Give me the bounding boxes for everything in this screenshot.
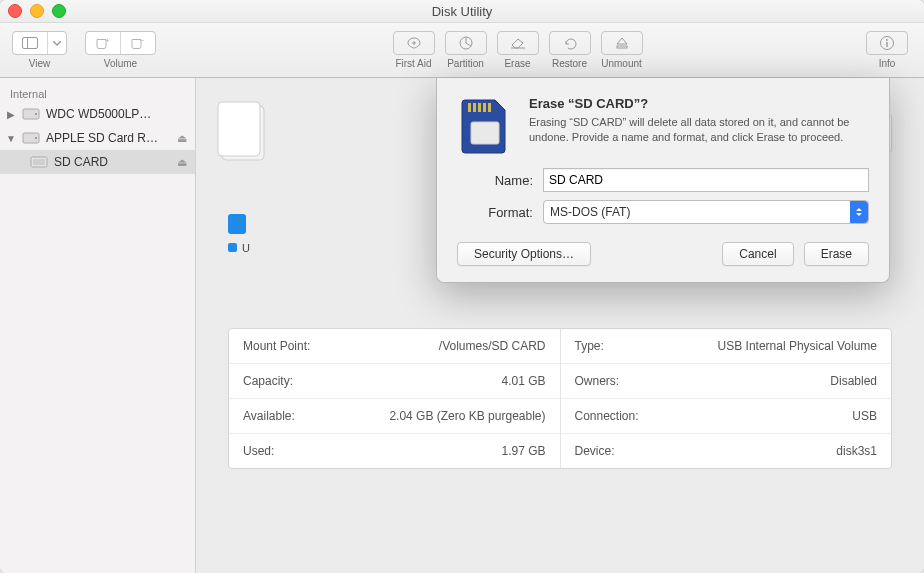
main-content: 4.01 GB U Mount Point:/Volumes/SD CARD C… [196, 78, 924, 573]
svg-text:+: + [105, 36, 110, 45]
svg-rect-20 [478, 103, 481, 112]
svg-rect-18 [468, 103, 471, 112]
restore-icon [562, 36, 578, 50]
svg-text:−: − [140, 36, 145, 45]
toolbar: View + − Volume First Aid Pa [0, 23, 924, 78]
sidebar: Internal ▶ WDC WD5000LP… ▼ APPLE SD Card… [0, 78, 196, 573]
info-icon [879, 35, 895, 51]
eject-icon[interactable]: ⏏ [177, 156, 187, 169]
format-label: Format: [457, 205, 533, 220]
first-aid-label: First Aid [395, 58, 431, 69]
format-value: MS-DOS (FAT) [550, 205, 630, 219]
sidebar-item-label: WDC WD5000LP… [46, 107, 187, 121]
svg-rect-9 [886, 42, 887, 47]
unmount-button[interactable] [601, 31, 643, 55]
volume-add-icon: + [95, 36, 111, 50]
volume-remove-icon: − [130, 36, 146, 50]
restore-button[interactable] [549, 31, 591, 55]
info-row: Connection:USB [561, 399, 892, 434]
sidebar-toggle-button[interactable] [13, 32, 48, 54]
disclosure-triangle-icon[interactable]: ▼ [6, 133, 16, 144]
view-group: View [12, 31, 67, 69]
partition-icon [458, 35, 474, 51]
svg-rect-6 [617, 46, 627, 48]
info-row: Available:2.04 GB (Zero KB purgeable) [229, 399, 560, 434]
svg-rect-15 [33, 159, 45, 165]
svg-rect-22 [488, 103, 491, 112]
select-arrows-icon [850, 201, 868, 223]
format-select[interactable]: MS-DOS (FAT) [543, 200, 869, 224]
legend-label: U [242, 242, 250, 254]
sidebar-item-label: SD CARD [54, 155, 171, 169]
sheet-message: Erasing “SD CARD” will delete all data s… [529, 115, 869, 146]
erase-confirm-button[interactable]: Erase [804, 242, 869, 266]
info-row: Type:USB Internal Physical Volume [561, 329, 892, 364]
svg-rect-17 [218, 102, 260, 156]
svg-rect-23 [471, 122, 499, 144]
view-label: View [29, 58, 51, 69]
remove-volume-button[interactable]: − [121, 32, 155, 54]
partition-label: Partition [447, 58, 484, 69]
erase-button[interactable] [497, 31, 539, 55]
info-row: Owners:Disabled [561, 364, 892, 399]
sidebar-icon [22, 37, 38, 49]
volume-info-grid: Mount Point:/Volumes/SD CARD Capacity:4.… [228, 328, 892, 469]
svg-rect-19 [473, 103, 476, 112]
partition-button[interactable] [445, 31, 487, 55]
restore-label: Restore [552, 58, 587, 69]
sd-card-icon [457, 96, 513, 154]
erase-icon [509, 36, 527, 50]
traffic-lights [8, 4, 66, 18]
close-window-button[interactable] [8, 4, 22, 18]
first-aid-icon [405, 36, 423, 50]
svg-point-11 [35, 113, 37, 115]
svg-point-13 [35, 137, 37, 139]
volume-hero-icon [216, 100, 276, 170]
volume-icon [30, 155, 48, 169]
usage-bar-segment [228, 214, 246, 234]
eject-icon[interactable]: ⏏ [177, 132, 187, 145]
name-label: Name: [457, 173, 533, 188]
first-aid-button[interactable] [393, 31, 435, 55]
volume-group: + − Volume [85, 31, 156, 69]
sheet-title: Erase “SD CARD”? [529, 96, 869, 111]
minimize-window-button[interactable] [30, 4, 44, 18]
titlebar: Disk Utility [0, 0, 924, 23]
app-window: Disk Utility View + − [0, 0, 924, 573]
svg-rect-0 [23, 38, 38, 49]
svg-rect-21 [483, 103, 486, 112]
erase-label: Erase [504, 58, 530, 69]
name-input[interactable] [543, 168, 869, 192]
info-row: Capacity:4.01 GB [229, 364, 560, 399]
chevron-down-icon [53, 41, 61, 46]
fullscreen-window-button[interactable] [52, 4, 66, 18]
legend-swatch-icon [228, 243, 237, 252]
eject-icon [615, 36, 629, 50]
sidebar-section-internal: Internal [0, 84, 195, 102]
svg-point-8 [886, 39, 888, 41]
unmount-label: Unmount [601, 58, 642, 69]
info-row: Device:disk3s1 [561, 434, 892, 468]
usage-legend: U [228, 242, 250, 254]
hdd-icon [22, 131, 40, 145]
info-row: Used:1.97 GB [229, 434, 560, 468]
sidebar-item-label: APPLE SD Card R… [46, 131, 171, 145]
sidebar-item-sd-card[interactable]: SD CARD ⏏ [0, 150, 195, 174]
cancel-button[interactable]: Cancel [722, 242, 793, 266]
erase-sheet: Erase “SD CARD”? Erasing “SD CARD” will … [436, 78, 890, 283]
info-button[interactable] [866, 31, 908, 55]
info-label: Info [879, 58, 896, 69]
volume-label: Volume [104, 58, 137, 69]
sidebar-item-wdc[interactable]: ▶ WDC WD5000LP… [0, 102, 195, 126]
disclosure-triangle-icon[interactable]: ▶ [6, 109, 16, 120]
view-menu-button[interactable] [48, 32, 66, 54]
sidebar-item-apple-sd-reader[interactable]: ▼ APPLE SD Card R… ⏏ [0, 126, 195, 150]
window-title: Disk Utility [0, 4, 924, 19]
add-volume-button[interactable]: + [86, 32, 121, 54]
hdd-icon [22, 107, 40, 121]
security-options-button[interactable]: Security Options… [457, 242, 591, 266]
info-row: Mount Point:/Volumes/SD CARD [229, 329, 560, 364]
